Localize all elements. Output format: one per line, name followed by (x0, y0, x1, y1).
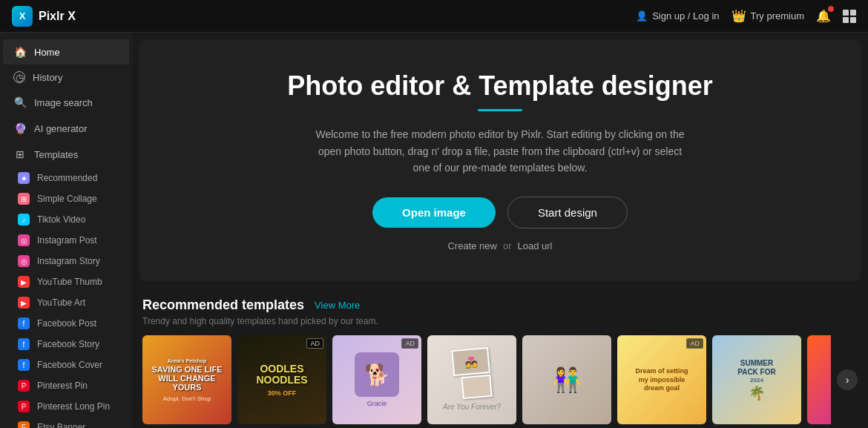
sub-label-ig-story: Instagram Story (37, 256, 100, 266)
sidebar-item-ai-generator[interactable]: 🔮 AI generator (3, 116, 129, 141)
template-card-7[interactable]: SUMMER PACK FOR 2024 🌴 (712, 335, 801, 424)
image-search-icon: 🔍 (13, 96, 27, 109)
template-card-4[interactable]: 💑 Are You Forever? (427, 335, 516, 424)
template-card-2[interactable]: AD OODLESNOODLES 30% OFF (237, 335, 326, 424)
notification-badge (828, 6, 834, 12)
create-new-link[interactable]: Create new (447, 240, 496, 251)
instagram-story-icon: ◎ (18, 255, 30, 267)
sub-label-fb-story: Facebook Story (37, 339, 99, 349)
facebook-post-icon: f (18, 317, 30, 329)
youtube-thumb-icon: ▶ (18, 276, 30, 288)
view-more-button[interactable]: View More (315, 300, 360, 311)
hero-title: Photo editor & Template designer (184, 70, 816, 102)
sidebar-sub-tiktok[interactable]: ♪ Tiktok Video (0, 209, 132, 230)
sub-label-fb-post: Facebook Post (37, 318, 96, 329)
logo-area: X Pixlr X (12, 6, 76, 27)
templates-scroll-container: Anna's Petshop SAVING ONE LIFE WILL CHAN… (142, 335, 831, 424)
crown-icon: 👑 (731, 9, 746, 23)
tiktok-icon: ♪ (18, 214, 30, 225)
pinterest-pin-icon: P (18, 380, 30, 392)
sidebar-sub-youtube-thumb[interactable]: ▶ YouTube Thumb (0, 271, 132, 292)
notifications-button[interactable]: 🔔 (816, 9, 831, 23)
sub-label-yt-thumb: YouTube Thumb (37, 277, 102, 287)
sidebar-sub-pinterest-long[interactable]: P Pinterest Long Pin (0, 396, 132, 417)
etsy-icon: E (18, 421, 30, 428)
sidebar-templates-label: Templates (34, 149, 78, 160)
sidebar-item-home[interactable]: 🏠 Home (3, 39, 129, 65)
scroll-right-button[interactable]: › (837, 369, 858, 390)
ad-badge-3: AD (401, 338, 418, 349)
template-card-6[interactable]: AD Dream of setting my impossible dream … (617, 335, 706, 424)
app-logo-icon[interactable]: X (12, 6, 33, 27)
ad-badge-2: AD (306, 338, 323, 349)
app-logo-text: Pixlr X (39, 10, 76, 23)
sidebar: 🏠 Home ◷ History 🔍 Image search 🔮 AI gen… (0, 33, 132, 428)
sidebar-item-image-search[interactable]: 🔍 Image search (3, 90, 129, 115)
template-card-1[interactable]: Anna's Petshop SAVING ONE LIFE WILL CHAN… (142, 335, 231, 424)
signup-login-button[interactable]: 👤 Sign up / Log in (636, 10, 719, 22)
or-separator: or (503, 240, 512, 251)
sidebar-history-label: History (33, 72, 62, 83)
ai-generator-icon: 🔮 (13, 122, 27, 135)
sub-label-fb-cover: Facebook Cover (37, 360, 102, 370)
hero-underline (478, 109, 522, 111)
load-url-link[interactable]: Load url (518, 240, 553, 251)
sub-label-pin-long: Pinterest Long Pin (37, 401, 110, 412)
templates-subtitle: Trendy and high quality templates hand p… (142, 316, 858, 326)
open-image-button[interactable]: Open image (372, 197, 496, 228)
facebook-cover-icon: f (18, 359, 30, 371)
instagram-post-icon: ◎ (18, 234, 30, 246)
hero-section: Photo editor & Template designer Welcome… (139, 40, 861, 281)
recommended-icon: ★ (18, 172, 30, 184)
sidebar-ai-label: AI generator (34, 123, 88, 134)
sidebar-sub-pinterest-pin[interactable]: P Pinterest Pin (0, 375, 132, 396)
sidebar-sub-fb-post[interactable]: f Facebook Post (0, 313, 132, 334)
hero-description: Welcome to the free modern photo editor … (315, 126, 685, 176)
simple-collage-icon: ⊞ (18, 193, 30, 205)
main-layout: 🏠 Home ◷ History 🔍 Image search 🔮 AI gen… (0, 33, 868, 428)
sidebar-sub-youtube-art[interactable]: ▶ YouTube Art (0, 292, 132, 313)
sub-label-pin-pin: Pinterest Pin (37, 381, 88, 391)
template-card-8[interactable]: C (807, 335, 831, 424)
sidebar-item-templates[interactable]: ⊞ Templates (3, 142, 129, 167)
youtube-art-icon: ▶ (18, 297, 30, 309)
templates-row: Anna's Petshop SAVING ONE LIFE WILL CHAN… (142, 335, 858, 424)
sub-label-yt-art: YouTube Art (37, 297, 85, 308)
sub-label-etsy: Etsy Banner (37, 422, 85, 428)
pinterest-long-icon: P (18, 401, 30, 412)
sidebar-sub-instagram-story[interactable]: ◎ Instagram Story (0, 251, 132, 271)
sidebar-sub-recommended[interactable]: ★ Recommended (0, 168, 132, 188)
hero-secondary-actions: Create new or Load url (184, 240, 816, 251)
sidebar-sub-etsy[interactable]: E Etsy Banner (0, 417, 132, 428)
templates-header: Recommended templates View More (142, 297, 858, 313)
apps-grid-button[interactable] (843, 10, 856, 23)
try-premium-button[interactable]: 👑 Try premium (731, 9, 804, 23)
home-icon: 🏠 (13, 45, 27, 59)
sidebar-sub-fb-cover[interactable]: f Facebook Cover (0, 355, 132, 375)
sidebar-sub-simple-collage[interactable]: ⊞ Simple Collage (0, 188, 132, 209)
facebook-story-icon: f (18, 338, 30, 350)
bell-icon: 🔔 (816, 10, 831, 22)
user-icon: 👤 (636, 10, 648, 22)
main-content: Photo editor & Template designer Welcome… (132, 33, 868, 428)
hero-buttons: Open image Start design (184, 197, 816, 228)
sidebar-sub-instagram-post[interactable]: ◎ Instagram Post (0, 230, 132, 251)
history-icon: ◷ (13, 71, 25, 83)
sidebar-sub-fb-story[interactable]: f Facebook Story (0, 334, 132, 355)
templates-icon: ⊞ (13, 148, 27, 161)
templates-section: Recommended templates View More Trendy a… (132, 289, 868, 428)
sub-label-ig-post: Instagram Post (37, 235, 97, 246)
top-navigation: X Pixlr X 👤 Sign up / Log in 👑 Try premi… (0, 0, 868, 33)
topnav-actions: 👤 Sign up / Log in 👑 Try premium 🔔 (636, 9, 856, 23)
template-card-3[interactable]: AD 🐕 Gracie (332, 335, 421, 424)
sub-label-collage: Simple Collage (37, 194, 97, 204)
start-design-button[interactable]: Start design (507, 197, 628, 228)
ad-badge-6: AD (686, 338, 703, 349)
sidebar-home-label: Home (34, 47, 60, 58)
sidebar-image-search-label: Image search (34, 97, 93, 108)
sidebar-item-history[interactable]: ◷ History (3, 65, 129, 89)
sub-label-recommended: Recommended (37, 173, 97, 183)
templates-section-title: Recommended templates (142, 297, 304, 313)
template-card-5[interactable]: 👫 (522, 335, 611, 424)
sub-label-tiktok: Tiktok Video (37, 214, 85, 225)
